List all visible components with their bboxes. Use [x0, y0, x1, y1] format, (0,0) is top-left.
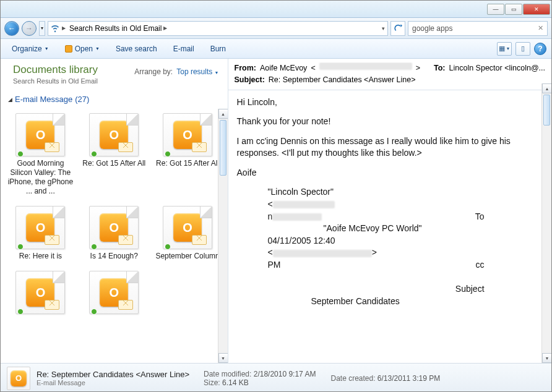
- selected-file-title: Re: September Candidates <Answer Line>: [37, 370, 197, 379]
- file-label: Good Morning Silicon Valley: The iPhone,…: [6, 159, 75, 196]
- help-button[interactable]: ?: [534, 43, 546, 55]
- library-subtitle: Search Results in Old Email: [13, 77, 98, 85]
- scroll-thumb[interactable]: [220, 120, 226, 176]
- command-bar: Organize▼ Open▼ Save search E-mail Burn …: [1, 39, 551, 59]
- organize-button[interactable]: Organize▼: [6, 42, 55, 56]
- status-dot-icon: [91, 244, 97, 250]
- vertical-scrollbar[interactable]: ▲ ▼: [218, 109, 228, 363]
- chevron-down-icon: ▼: [45, 46, 49, 51]
- view-mode-button[interactable]: ▦▼: [497, 42, 512, 56]
- from-value: Aoife McEvoy: [260, 62, 307, 74]
- date-created-value: 6/13/2011 3:19 PM: [377, 374, 440, 383]
- email-file-item[interactable]: O Re: Got 15 After All: [78, 110, 150, 199]
- group-count: (27): [75, 95, 89, 104]
- details-pane: O Re: September Candidates <Answer Line>…: [1, 363, 551, 392]
- arrange-by-label: Arrange by:: [134, 67, 173, 76]
- date-modified-value: 2/18/2010 9:17 AM: [254, 370, 316, 378]
- status-dot-icon: [91, 309, 97, 315]
- status-dot-icon: [165, 151, 171, 157]
- selected-file-type: E-mail Message: [37, 379, 197, 386]
- file-label: Is 14 Enough?: [90, 252, 138, 261]
- file-label: Re: Got 15 After All: [82, 159, 145, 168]
- email-file-icon: O: [89, 206, 139, 249]
- status-dot-icon: [17, 244, 24, 250]
- scroll-thumb[interactable]: [543, 95, 550, 126]
- scroll-up-button[interactable]: ▲: [218, 109, 228, 119]
- from-label: From:: [235, 62, 256, 74]
- breadcrumb[interactable]: ▶ Search Results in Old Email ▶ ▾: [48, 21, 388, 36]
- navigation-bar: ← → ▾ ▶ Search Results in Old Email ▶ ▾ …: [1, 18, 551, 39]
- breadcrumb-item[interactable]: Search Results in Old Email ▶: [68, 24, 168, 33]
- scroll-up-button[interactable]: ▲: [542, 83, 552, 93]
- search-text: google apps: [412, 24, 452, 33]
- forward-button[interactable]: →: [22, 21, 37, 36]
- file-label: Re: Here it is: [19, 252, 62, 261]
- search-input[interactable]: google apps ✕: [408, 21, 548, 36]
- email-file-icon: O: [163, 206, 212, 249]
- message-header: From: Aoife McEvoy <> To: Lincoln Specto…: [228, 59, 551, 90]
- library-title: Documents library: [13, 64, 98, 76]
- refresh-button[interactable]: [390, 21, 405, 36]
- arrange-by-value[interactable]: Top results ▼: [176, 67, 218, 76]
- crumb-arrow-icon[interactable]: ▶: [62, 25, 66, 31]
- crumb-arrow-icon[interactable]: ▶: [163, 25, 167, 31]
- to-label: To:: [434, 62, 446, 74]
- size-value: 6.14 KB: [222, 378, 249, 387]
- file-label: September Column: [155, 252, 219, 261]
- email-file-icon: O: [15, 113, 65, 156]
- results-pane: Documents library Search Results in Old …: [1, 59, 228, 363]
- email-file-item[interactable]: O: [78, 268, 150, 320]
- email-file-item[interactable]: O September Column: [152, 203, 224, 264]
- titlebar: — ▭ ✕: [1, 1, 551, 18]
- subject-label: Subject:: [235, 74, 265, 86]
- email-file-icon: O: [163, 113, 212, 156]
- chevron-down-icon: ▼: [215, 70, 219, 75]
- location-icon: [51, 24, 59, 33]
- group-label: E-mail Message: [15, 95, 72, 104]
- from-address-redacted: [319, 62, 412, 70]
- history-dropdown[interactable]: ▾: [39, 21, 45, 36]
- scroll-down-button[interactable]: ▼: [542, 353, 552, 363]
- status-dot-icon: [91, 151, 97, 157]
- email-file-item[interactable]: O Re: Here it is: [4, 203, 77, 264]
- email-file-icon: O: [15, 206, 65, 249]
- clear-search-icon[interactable]: ✕: [538, 24, 543, 32]
- email-file-item[interactable]: O Is 14 Enough?: [78, 203, 150, 264]
- burn-button[interactable]: Burn: [204, 42, 232, 56]
- breadcrumb-dropdown-icon[interactable]: ▾: [382, 25, 385, 32]
- collapse-icon: ◢: [8, 96, 12, 103]
- back-button[interactable]: ←: [4, 21, 19, 36]
- file-label: Re: Got 15 After All: [156, 159, 219, 168]
- save-search-button[interactable]: Save search: [110, 42, 163, 56]
- status-dot-icon: [165, 244, 171, 250]
- subject-value: Re: September Candidates <Answer Line>: [269, 74, 416, 86]
- scroll-down-button[interactable]: ▼: [218, 353, 228, 363]
- email-file-icon: O: [89, 113, 139, 156]
- preview-pane-button[interactable]: ▯: [515, 42, 530, 56]
- chevron-down-icon: ▼: [95, 46, 100, 51]
- email-file-item[interactable]: O Good Morning Silicon Valley: The iPhon…: [4, 110, 77, 199]
- email-button[interactable]: E-mail: [167, 42, 201, 56]
- open-icon: [65, 45, 72, 53]
- message-body: Hi Lincoln, Thank you for your note! I a…: [228, 90, 551, 364]
- group-header[interactable]: ◢ E-mail Message (27): [1, 88, 228, 109]
- file-type-icon: O: [7, 367, 30, 390]
- minimize-button[interactable]: —: [487, 4, 504, 15]
- email-file-item[interactable]: O: [4, 268, 77, 320]
- refresh-icon: [394, 24, 402, 32]
- maximize-button[interactable]: ▭: [505, 4, 522, 15]
- preview-scrollbar[interactable]: ▲ ▼: [541, 83, 551, 363]
- status-dot-icon: [17, 309, 24, 315]
- preview-pane: From: Aoife McEvoy <> To: Lincoln Specto…: [228, 59, 551, 363]
- breadcrumb-text: Search Results in Old Email: [69, 24, 162, 33]
- to-value: Lincoln Spector <lincoln@...: [449, 62, 545, 74]
- email-file-icon: O: [15, 271, 65, 314]
- email-file-icon: O: [89, 271, 139, 314]
- quoted-block: "Lincoln Spector" < nTo "Aoife McEvoy PC…: [268, 186, 543, 307]
- open-button[interactable]: Open▼: [59, 42, 106, 56]
- status-dot-icon: [17, 151, 24, 157]
- close-button[interactable]: ✕: [523, 4, 550, 15]
- email-file-item[interactable]: O Re: Got 15 After All: [152, 110, 224, 199]
